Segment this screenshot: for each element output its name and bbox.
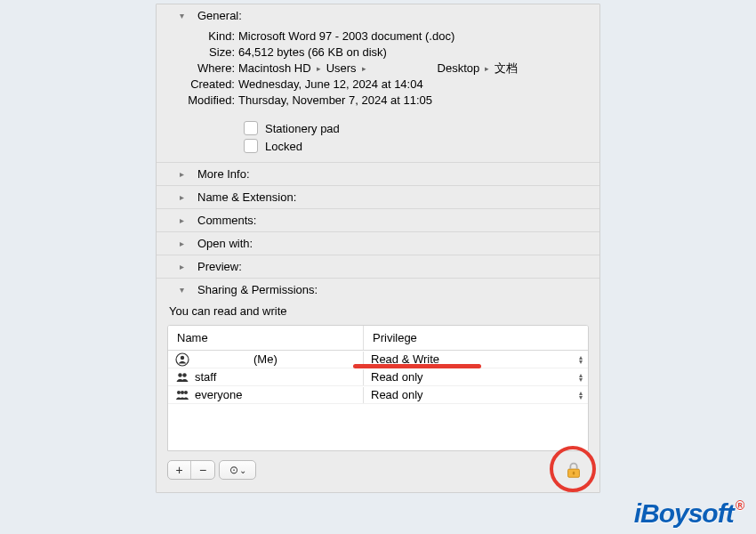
created-label: Created: (174, 77, 238, 93)
table-row[interactable]: everyone Read only (168, 386, 588, 404)
modified-label: Modified: (174, 93, 238, 109)
person-icon (175, 352, 189, 367)
user-name: staff (195, 370, 216, 384)
svg-point-4 (177, 391, 181, 394)
table-header: Name Privilege (168, 326, 588, 351)
remove-button[interactable]: − (191, 461, 214, 479)
section-label: General: (197, 9, 242, 22)
select-arrows-icon[interactable] (579, 355, 583, 364)
group-icon (175, 388, 189, 402)
path-separator-icon: ▸ (362, 61, 366, 77)
watermark: iBoysoft® (634, 498, 744, 529)
table-empty-area (168, 404, 588, 450)
section-open-with-header[interactable]: Open with: (157, 231, 599, 255)
lock-icon (564, 460, 583, 480)
section-label: Preview: (197, 260, 242, 273)
permissions-toolbar: + − ⊙⌄ (167, 455, 589, 485)
permissions-table: Name Privilege (Me) Read & Write (167, 325, 589, 451)
chevron-right-icon (180, 215, 189, 225)
locked-label: Locked (265, 140, 302, 153)
svg-point-1 (181, 355, 184, 359)
select-arrows-icon[interactable] (579, 391, 583, 400)
section-more-info-header[interactable]: More Info: (157, 162, 599, 185)
created-value: Wednesday, June 12, 2024 at 14:04 (238, 77, 582, 93)
general-content: Kind: Microsoft Word 97 - 2003 document … (157, 27, 599, 162)
table-row[interactable]: (Me) Read & Write (168, 351, 588, 368)
section-sharing-header[interactable]: Sharing & Permissions: (157, 278, 599, 301)
user-name: everyone (195, 388, 242, 401)
select-arrows-icon[interactable] (579, 373, 583, 382)
section-name-extension-header[interactable]: Name & Extension: (157, 185, 599, 208)
user-suffix: (Me) (253, 352, 277, 366)
col-privilege-header[interactable]: Privilege (364, 326, 588, 350)
chevron-right-icon (180, 192, 189, 202)
where-label: Where: (174, 61, 238, 77)
section-label: Name & Extension: (197, 190, 296, 204)
get-info-panel: General: Kind: Microsoft Word 97 - 2003 … (156, 4, 600, 493)
where-value: Macintosh HD ▸ Users ▸ Desktop ▸ 文档 (238, 61, 582, 77)
section-label: Sharing & Permissions: (197, 283, 318, 296)
privilege-value[interactable]: Read only (371, 370, 423, 384)
kind-value: Microsoft Word 97 - 2003 document (.doc) (238, 28, 582, 44)
chevron-down-icon (180, 11, 189, 20)
chevron-right-icon (180, 169, 189, 179)
stationery-label: Stationery pad (265, 122, 340, 135)
kind-label: Kind: (174, 28, 238, 44)
path-separator-icon: ▸ (485, 61, 489, 77)
section-label: More Info: (197, 167, 250, 181)
group-icon (175, 370, 189, 384)
section-comments-header[interactable]: Comments: (157, 208, 599, 231)
privilege-value[interactable]: Read only (371, 388, 423, 401)
size-value: 64,512 bytes (66 KB on disk) (238, 44, 582, 61)
section-label: Comments: (197, 214, 256, 227)
add-button[interactable]: + (168, 461, 191, 479)
svg-point-2 (178, 373, 181, 376)
modified-value: Thursday, November 7, 2024 at 11:05 (238, 93, 582, 109)
svg-point-5 (181, 391, 184, 394)
permissions-note: You can read and write (157, 301, 599, 325)
annotation-underline (353, 364, 481, 368)
size-label: Size: (174, 44, 238, 61)
locked-checkbox[interactable] (244, 139, 258, 153)
path-separator-icon: ▸ (317, 61, 321, 77)
stationery-checkbox[interactable] (244, 121, 258, 135)
table-row[interactable]: staff Read only (168, 368, 588, 386)
section-preview-header[interactable]: Preview: (157, 255, 599, 278)
chevron-right-icon (180, 239, 189, 248)
svg-rect-8 (573, 472, 575, 475)
section-label: Open with: (197, 237, 253, 250)
lock-button[interactable] (559, 455, 589, 485)
svg-point-3 (182, 373, 186, 376)
svg-point-6 (184, 391, 188, 394)
action-menu-button[interactable]: ⊙⌄ (220, 461, 255, 479)
chevron-right-icon (180, 262, 189, 271)
chevron-down-icon (180, 285, 189, 295)
section-general-header[interactable]: General: (157, 4, 599, 27)
col-name-header[interactable]: Name (168, 326, 364, 350)
